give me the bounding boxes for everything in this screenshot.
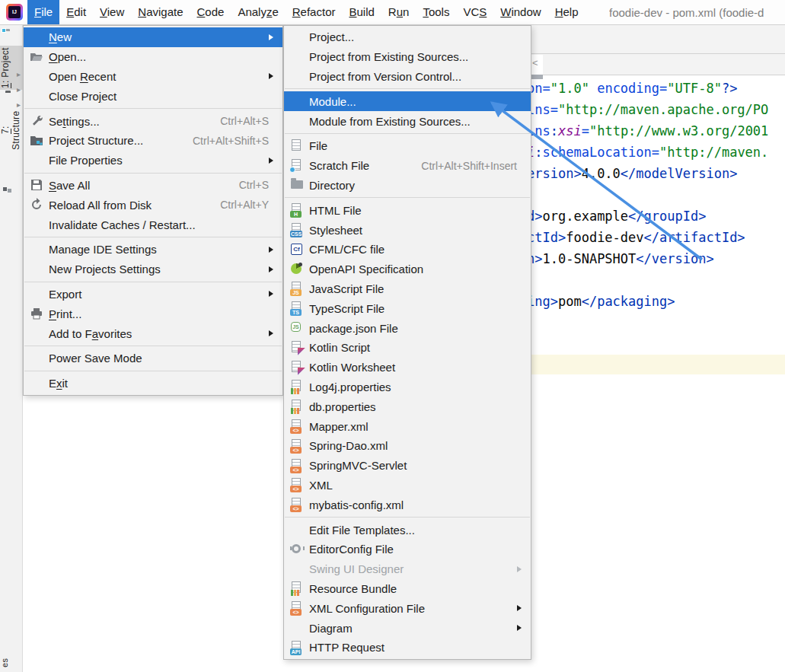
menu-item-shortcut: Ctrl+Alt+Y xyxy=(206,199,269,211)
project-structure-icon xyxy=(30,134,45,148)
icon-spacer xyxy=(30,263,45,276)
icon-spacer xyxy=(30,352,45,365)
menubar-item-refactor[interactable]: Refactor xyxy=(286,0,343,24)
menu-item-open-recent[interactable]: Open Recent xyxy=(24,67,282,87)
menu-item-label: New xyxy=(49,30,72,43)
menu-item-label: Kotlin Worksheet xyxy=(309,361,395,374)
menu-item-directory[interactable]: Directory xyxy=(284,176,531,196)
menu-item-reload-all-from-disk[interactable]: Reload All from DiskCtrl+Alt+Y xyxy=(24,195,282,215)
menu-item-springmvc-servlet[interactable]: <>SpringMVC-Servlet xyxy=(284,456,531,476)
menu-item-new[interactable]: New xyxy=(24,27,282,47)
icon-spacer xyxy=(290,94,305,108)
menu-item-close-project[interactable]: Close Project xyxy=(24,86,282,106)
menu-item-shortcut: Ctrl+S xyxy=(225,179,269,191)
menu-item-label: Print... xyxy=(49,307,81,320)
menu-item-db-properties[interactable]: db.properties xyxy=(284,397,531,416)
menu-item-label: File Properties xyxy=(49,154,123,167)
menubar-item-window[interactable]: Window xyxy=(493,0,547,24)
intellij-window: IJ FileEditViewNavigateCodeAnalyzeRefact… xyxy=(0,0,785,672)
menubar-item-run[interactable]: Run xyxy=(381,0,416,24)
menu-item-typescript-file[interactable]: TSTypeScript File xyxy=(284,298,531,318)
menu-item-swing-ui-designer[interactable]: Swing UI Designer xyxy=(284,559,531,579)
highlighted-line xyxy=(531,355,785,374)
menu-item-file-properties[interactable]: File Properties xyxy=(24,151,282,170)
menu-item-label: package.json File xyxy=(309,322,398,335)
submenu-arrow-icon xyxy=(269,291,276,297)
menu-item-new-projects-settings[interactable]: New Projects Settings xyxy=(24,260,282,279)
menu-item-open[interactable]: Open... xyxy=(24,47,282,67)
menu-item-label: Kotlin Script xyxy=(309,341,370,354)
menu-separator xyxy=(285,88,530,89)
menu-item-label: XML Configuration File xyxy=(309,602,425,615)
menu-item-manage-ide-settings[interactable]: Manage IDE Settings xyxy=(24,240,282,260)
menu-separator xyxy=(24,346,282,346)
menu-item-label: Add to Favorites xyxy=(49,327,132,340)
editor-area[interactable]: < on="1.0" encoding="UTF-8"?>lns="http:/… xyxy=(531,25,785,672)
menubar-item-edit[interactable]: Edit xyxy=(59,0,93,24)
menu-item-kotlin-worksheet[interactable]: Kotlin Worksheet xyxy=(284,358,531,377)
menubar-item-view[interactable]: View xyxy=(93,0,131,24)
menu-item-power-save-mode[interactable]: Power Save Mode xyxy=(24,349,282,368)
menu-item-log4j-properties[interactable]: Log4j.properties xyxy=(284,377,531,397)
menubar-item-vcs[interactable]: VCS xyxy=(456,0,493,24)
menu-item-openapi-specification[interactable]: OpenAPI Specification xyxy=(284,260,531,279)
menubar-item-tools[interactable]: Tools xyxy=(416,0,456,24)
xml-icon: <> xyxy=(290,498,305,511)
menu-item-edit-file-templates[interactable]: Edit File Templates... xyxy=(284,520,531,540)
stripe-label-7-structure[interactable]: 7: Structure xyxy=(0,107,23,154)
menu-item-add-to-favorites[interactable]: Add to Favorites xyxy=(24,323,282,343)
stripe-bottom-label[interactable]: es xyxy=(0,654,23,672)
menu-item-diagram[interactable]: Diagram xyxy=(284,618,531,638)
gear-icon xyxy=(290,543,305,556)
menubar-item-build[interactable]: Build xyxy=(342,0,381,24)
xml-icon: <> xyxy=(290,459,305,473)
submenu-arrow-icon xyxy=(269,266,276,272)
submenu-arrow-icon xyxy=(517,625,525,631)
openapi-icon xyxy=(290,263,305,276)
kotlin-icon xyxy=(290,361,305,374)
menu-item-module-from-existing-sources[interactable]: Module from Existing Sources... xyxy=(284,111,531,131)
menu-item-spring-dao-xml[interactable]: <>Spring-Dao.xml xyxy=(284,436,531,456)
menubar-item-help[interactable]: Help xyxy=(548,0,586,24)
menu-item-stylesheet[interactable]: CSSStylesheet xyxy=(284,220,531,240)
menu-item-invalidate-caches-restart[interactable]: Invalidate Caches / Restart... xyxy=(24,215,282,234)
menubar-item-navigate[interactable]: Navigate xyxy=(131,0,190,24)
menu-item-xml[interactable]: <>XML xyxy=(284,476,531,495)
icon-spacer xyxy=(290,523,305,537)
menu-item-module[interactable]: Module... xyxy=(284,91,531,111)
menu-item-export[interactable]: Export xyxy=(24,285,282,304)
menu-item-html-file[interactable]: HHTML File xyxy=(284,200,531,220)
wrench-icon xyxy=(30,114,45,128)
menu-item-mapper-xml[interactable]: <>Mapper.xml xyxy=(284,416,531,436)
menu-item-http-request[interactable]: APIHTTP Request xyxy=(284,638,531,658)
menu-item-project-from-version-control[interactable]: Project from Version Control... xyxy=(284,67,531,87)
menu-item-resource-bundle[interactable]: Resource Bundle xyxy=(284,579,531,599)
icon-spacer xyxy=(290,114,305,128)
menubar-item-analyze[interactable]: Analyze xyxy=(231,0,285,24)
menubar-item-code[interactable]: Code xyxy=(190,0,231,24)
menu-item-exit[interactable]: Exit xyxy=(24,374,282,393)
menu-item-file[interactable]: File xyxy=(284,136,531,156)
menu-item-project-structure[interactable]: Project Structure...Ctrl+Alt+Shift+S xyxy=(24,131,282,151)
menu-item-package-json-file[interactable]: JSpackage.json File xyxy=(284,318,531,338)
submenu-arrow-icon xyxy=(269,73,276,79)
menu-item-mybatis-config-xml[interactable]: <>mybatis-config.xml xyxy=(284,495,531,514)
menu-item-project[interactable]: Project... xyxy=(284,27,531,47)
menu-item-project-from-existing-sources[interactable]: Project from Existing Sources... xyxy=(284,47,531,67)
code-line: ersion>4.0.0</modelVersion> xyxy=(531,163,785,184)
menu-item-scratch-file[interactable]: Scratch FileCtrl+Alt+Shift+Insert xyxy=(284,156,531,176)
menu-item-save-all[interactable]: Save AllCtrl+S xyxy=(24,176,282,196)
icon-spacer xyxy=(30,377,45,390)
menu-item-kotlin-script[interactable]: Kotlin Script xyxy=(284,338,531,358)
code-line: lns:xsi="http://www.w3.org/2001 xyxy=(531,120,785,142)
submenu-arrow-icon xyxy=(517,605,525,611)
menu-item-settings[interactable]: Settings...Ctrl+Alt+S xyxy=(24,111,282,131)
tree-expander-icons[interactable]: ▸▸▸ xyxy=(17,67,21,113)
menu-item-cfml-cfc-file[interactable]: CfCFML/CFC file xyxy=(284,240,531,260)
menubar-item-file[interactable]: File xyxy=(27,0,59,24)
menu-item-javascript-file[interactable]: JSJavaScript File xyxy=(284,279,531,299)
structure-tool-icon[interactable] xyxy=(3,187,7,191)
menu-item-print[interactable]: Print... xyxy=(24,304,282,323)
menu-item-editorconfig-file[interactable]: EditorConfig File xyxy=(284,540,531,559)
menu-item-xml-configuration-file[interactable]: <>XML Configuration File xyxy=(284,598,531,618)
